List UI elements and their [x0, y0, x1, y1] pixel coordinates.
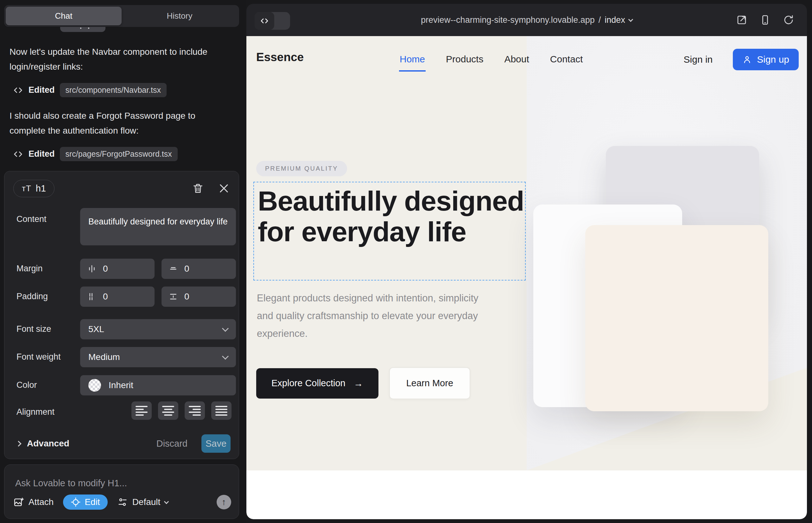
path-separator: / [599, 15, 601, 25]
selected-element-tag: h1 [36, 183, 46, 194]
save-button[interactable]: Save [201, 434, 231, 453]
font-weight-label: Font weight [16, 352, 61, 362]
nav-link-about[interactable]: About [504, 54, 529, 65]
file-chip[interactable]: src/components/Navbar.tsx [60, 83, 167, 97]
page-selector[interactable]: index [604, 15, 625, 25]
chevron-down-icon [628, 17, 633, 22]
site-viewport: Essence Home Products About Contact Sign… [246, 36, 807, 519]
edit-mode-button[interactable]: Edit [63, 494, 107, 510]
margin-vertical-icon [169, 264, 178, 273]
code-icon [13, 85, 23, 96]
padding-horizontal-icon [87, 292, 96, 301]
align-right-button[interactable] [184, 401, 205, 420]
alignment-label: Alignment [16, 407, 54, 417]
font-size-label: Font size [16, 324, 51, 334]
attach-button[interactable]: Attach [13, 497, 54, 507]
decorative-card-cream [585, 225, 768, 411]
element-editor-panel: тT h1 Content Beautifully designed for e… [4, 171, 239, 459]
margin-horizontal-input[interactable]: 0 [80, 259, 155, 279]
font-weight-select[interactable]: Medium [80, 347, 236, 367]
hero-section: Essence Home Products About Contact Sign… [246, 36, 807, 470]
chat-composer: Ask Lovable to modify H1... Attach Edit [4, 465, 239, 519]
sign-in-link[interactable]: Sign in [684, 54, 713, 65]
delete-element-icon[interactable] [192, 182, 204, 194]
selected-element-pill[interactable]: тT h1 [13, 180, 54, 197]
lovable-workspace: Chat History Now let's update the Navbar… [0, 0, 812, 523]
edited-label: Edited [29, 85, 55, 95]
padding-horizontal-input[interactable]: 0 [80, 287, 155, 307]
edited-file-row[interactable]: Edited src/pages/ForgotPassword.tsx [13, 147, 178, 161]
preview-browser: preview--charming-site-symphony.lovable.… [246, 4, 807, 519]
site-navbar: Essence Home Products About Contact Sign… [246, 36, 807, 84]
padding-label: Padding [16, 292, 48, 301]
margin-vertical-input[interactable]: 0 [161, 259, 236, 279]
scrolled-chip-fragment [60, 27, 105, 32]
chat-input[interactable]: Ask Lovable to modify H1... [15, 478, 127, 488]
nav-link-products[interactable]: Products [446, 54, 483, 65]
close-icon[interactable] [218, 182, 230, 194]
content-input[interactable]: Beautifully designed for everyday life [80, 208, 236, 245]
color-label: Color [16, 380, 37, 390]
browser-toolbar: preview--charming-site-symphony.lovable.… [246, 4, 807, 36]
panel-tabs: Chat History [4, 5, 239, 27]
chevron-down-icon [164, 499, 169, 504]
attach-image-icon [13, 497, 24, 507]
arrow-right-icon [354, 378, 363, 389]
edited-label: Edited [29, 149, 55, 159]
hero-heading[interactable]: Beautifully designed for everyday life [258, 185, 530, 247]
assistant-message: Now let's update the Navbar component to… [10, 44, 218, 74]
preview-url: preview--charming-site-symphony.lovable.… [421, 15, 595, 25]
target-icon [71, 497, 81, 507]
text-type-icon: тT [22, 184, 31, 194]
mobile-view-icon[interactable] [759, 14, 771, 26]
content-label: Content [16, 214, 47, 224]
chevron-down-icon [222, 353, 229, 359]
align-center-button[interactable] [158, 401, 178, 420]
advanced-toggle[interactable]: Advanced [16, 438, 69, 449]
assistant-message: I should also create a Forgot Password p… [10, 108, 218, 138]
send-button[interactable] [217, 495, 231, 509]
model-default-button[interactable]: Default [117, 497, 169, 507]
margin-label: Margin [16, 264, 43, 273]
transparent-swatch-icon [88, 379, 101, 392]
address-bar[interactable]: preview--charming-site-symphony.lovable.… [246, 4, 807, 36]
margin-horizontal-icon [87, 264, 96, 273]
refresh-icon[interactable] [783, 14, 794, 26]
sliders-icon [117, 497, 128, 507]
align-justify-button[interactable] [211, 401, 231, 420]
explore-collection-button[interactable]: Explore Collection [256, 368, 378, 399]
color-select[interactable]: Inherit [80, 375, 236, 395]
user-icon [742, 55, 752, 64]
chat-panel: Chat History Now let's update the Navbar… [0, 0, 246, 523]
site-logo[interactable]: Essence [256, 51, 304, 64]
chevron-down-icon [222, 325, 229, 331]
padding-vertical-icon [169, 292, 178, 301]
learn-more-button[interactable]: Learn More [389, 367, 470, 399]
open-external-icon[interactable] [736, 14, 747, 26]
chevron-right-icon [16, 441, 21, 446]
nav-link-contact[interactable]: Contact [550, 54, 583, 65]
file-chip[interactable]: src/pages/ForgotPassword.tsx [60, 147, 178, 161]
align-left-button[interactable] [131, 401, 152, 420]
sign-up-button[interactable]: Sign up [733, 49, 799, 70]
tab-history[interactable]: History [122, 7, 237, 25]
edited-file-row[interactable]: Edited src/components/Navbar.tsx [13, 83, 166, 97]
padding-vertical-input[interactable]: 0 [161, 287, 236, 307]
hero-description: Elegant products designed with intention… [257, 289, 491, 343]
premium-quality-badge: PREMIUM QUALITY [256, 161, 347, 176]
alignment-group [131, 401, 231, 420]
font-size-select[interactable]: 5XL [80, 319, 236, 339]
code-icon [13, 149, 23, 160]
tab-chat[interactable]: Chat [6, 7, 122, 25]
nav-link-home[interactable]: Home [400, 54, 425, 65]
discard-button[interactable]: Discard [156, 438, 188, 449]
